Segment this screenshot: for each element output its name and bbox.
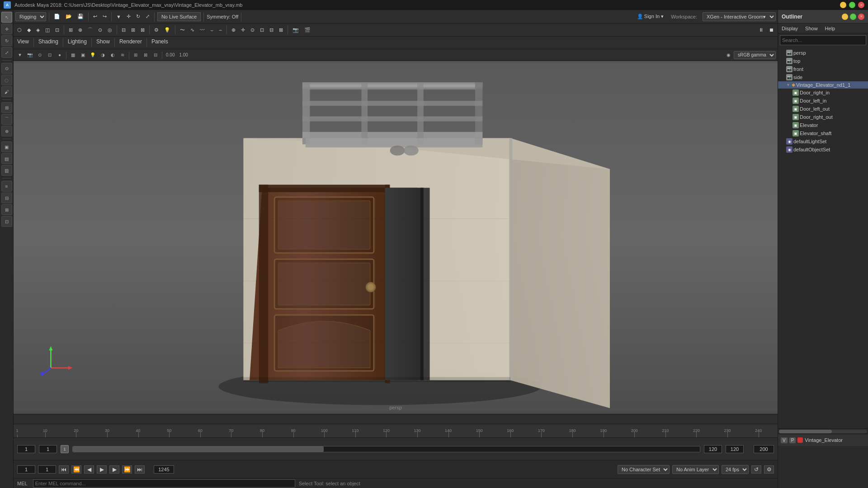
move-button[interactable]: ✛	[125, 12, 132, 22]
vp-ao-btn[interactable]: ◐	[108, 51, 117, 59]
outliner-maximize-button[interactable]: □	[850, 14, 856, 20]
hscroll-thumb[interactable]	[779, 430, 832, 433]
pause-button[interactable]: ⏸	[757, 25, 765, 35]
tree-item-door-right-out[interactable]: ▣ Door_right_out	[778, 113, 868, 121]
prev-key-button[interactable]: ⏪	[71, 465, 81, 474]
no-character-dropdown[interactable]: No Character Set	[618, 465, 670, 474]
face-mode-button[interactable]: ◫	[43, 25, 52, 35]
snap-view-tb2[interactable]: ◎	[106, 25, 114, 35]
move-tool-button[interactable]: ✛	[1, 23, 12, 34]
frame-range-bar[interactable]	[72, 446, 700, 452]
anim-end-field[interactable]	[754, 445, 774, 453]
tree-item-door-left-in[interactable]: ▣ Door_left_in	[778, 97, 868, 105]
tree-item-elevator[interactable]: ▣ Elevator	[778, 121, 868, 129]
manip-3[interactable]: ⊙	[249, 25, 256, 35]
vp-shadow-btn[interactable]: ◑	[98, 51, 107, 59]
sign-in-button[interactable]: 👤 Sign In ▾	[635, 12, 665, 22]
tree-item-persp[interactable]: 📷 persp	[778, 49, 868, 57]
curve-tool-3[interactable]: 〰	[198, 25, 207, 35]
loop-button[interactable]: ↺	[751, 465, 761, 474]
uvs-mode-button[interactable]: ⊡	[53, 25, 61, 35]
save-file-button[interactable]: 💾	[75, 12, 85, 22]
camera-2[interactable]: 🎬	[302, 25, 312, 35]
tree-item-object-set[interactable]: ◉ defaultObjectSet	[778, 145, 868, 154]
vp-camera2-btn[interactable]: ⊟	[151, 51, 160, 59]
manip-5[interactable]: ⊟	[268, 25, 275, 35]
gamma-select[interactable]: sRGB gamma	[734, 51, 776, 59]
tree-item-door-left-out[interactable]: ▣ Door_left_out	[778, 105, 868, 113]
timeline-ruler[interactable]: 1102030405060708090100110120130140150160…	[14, 424, 778, 438]
select-mode-button[interactable]: ⬡	[15, 25, 24, 35]
ipr-button[interactable]: ▤	[1, 153, 12, 164]
vertex-mode-button[interactable]: ◆	[25, 25, 33, 35]
viewport-canvas[interactable]: persp	[14, 61, 778, 414]
grid-layout-button[interactable]: ⊠	[1, 204, 12, 215]
stop-button[interactable]: ⏹	[767, 25, 776, 35]
frame-rate-dropdown[interactable]: 24 fps	[722, 465, 749, 474]
next-key-button[interactable]: ⏩	[122, 465, 132, 474]
shading-menu[interactable]: Shading	[35, 37, 62, 49]
mel-input[interactable]	[33, 479, 295, 488]
tree-item-side[interactable]: 📷 side	[778, 73, 868, 81]
outliner-search-input[interactable]	[780, 35, 866, 45]
redo-button[interactable]: ↪	[101, 12, 108, 22]
go-end-button[interactable]: ⏭	[135, 465, 145, 474]
vp-hud-btn[interactable]: ⊞	[131, 51, 140, 59]
curve-tool-4[interactable]: ⌣	[208, 25, 215, 35]
snap-curve-button[interactable]: ⌒	[1, 114, 12, 125]
end-frame-field[interactable]	[704, 445, 722, 453]
tools-button[interactable]: ⊠	[139, 25, 146, 35]
play-button[interactable]: ▶	[97, 465, 107, 474]
outliner-help-menu[interactable]: Help	[823, 25, 837, 32]
rotate-button[interactable]: ↻	[134, 12, 142, 22]
tree-item-door-right-in[interactable]: ▣ Door_right_in	[778, 89, 868, 97]
manip-1[interactable]: ⊕	[230, 25, 237, 35]
play-start-field[interactable]	[17, 465, 35, 474]
select-tool-button[interactable]: ↖	[1, 12, 12, 23]
edge-mode-button[interactable]: ◈	[34, 25, 42, 35]
display-render-button[interactable]: ▥	[1, 165, 12, 176]
vp-shading-btn[interactable]: ▦	[68, 51, 77, 59]
undo-button[interactable]: ↩	[91, 12, 99, 22]
snap-point-tb2[interactable]: ⊕	[76, 25, 84, 35]
renderer-menu[interactable]: Renderer	[116, 37, 146, 49]
view-menu[interactable]: View	[14, 37, 33, 49]
render-settings-button[interactable]: ⚙	[152, 25, 160, 35]
vp-motion-btn[interactable]: ≋	[118, 51, 127, 59]
soft-select-button[interactable]: ⊙	[1, 63, 12, 74]
show-hide-button[interactable]: ≡	[1, 181, 12, 192]
snap-grid-button[interactable]: ⊞	[1, 102, 12, 113]
tree-item-vintage-elevator-group[interactable]: ▼ ✱ Vintage_Elevator_nd1_1	[778, 81, 868, 89]
play-current-field[interactable]	[38, 465, 56, 474]
tree-item-elevator-shaft[interactable]: ▣ Elevator_shaft	[778, 129, 868, 137]
new-file-button[interactable]: 📄	[52, 12, 62, 22]
scale-tool-button[interactable]: ⤢	[1, 47, 12, 58]
show-menu[interactable]: Show	[93, 37, 113, 49]
rotate-tool-button[interactable]: ↻	[1, 35, 12, 46]
vp-light-btn[interactable]: 💡	[88, 51, 97, 59]
vp-smooth-btn[interactable]: ●	[55, 51, 64, 59]
vp-color-btn[interactable]: ◉	[724, 51, 733, 59]
scale-button[interactable]: ⤢	[144, 12, 151, 22]
no-anim-layer-dropdown[interactable]: No Anim Layer	[672, 465, 719, 474]
outliner-show-menu[interactable]: Show	[803, 25, 820, 32]
maximize-button[interactable]: □	[849, 2, 855, 8]
manip-6[interactable]: ⊠	[277, 25, 285, 35]
start-frame-field[interactable]	[17, 445, 35, 453]
close-button[interactable]: ✕	[858, 2, 864, 8]
snap-curve-tb2[interactable]: ⌒	[86, 25, 94, 35]
lighting-menu[interactable]: Lighting	[64, 37, 90, 49]
vp-isolate-btn[interactable]: ⊙	[35, 51, 44, 59]
snap-point-button[interactable]: ⊕	[1, 126, 12, 136]
minimize-button[interactable]: −	[840, 2, 846, 8]
quick-layout-button[interactable]: ⊟	[1, 192, 12, 203]
manip-2[interactable]: ✛	[239, 25, 247, 35]
frame-count-field[interactable]	[154, 465, 174, 474]
tree-item-light-set[interactable]: ◉ defaultLightSet	[778, 137, 868, 145]
next-frame-button[interactable]: ▶	[109, 465, 119, 474]
current-frame-field[interactable]	[39, 445, 57, 453]
play-end-field[interactable]	[726, 445, 744, 453]
open-file-button[interactable]: 📂	[64, 12, 74, 22]
panels-menu[interactable]: Panels	[148, 37, 172, 49]
curve-tool-1[interactable]: 〜	[178, 25, 187, 35]
